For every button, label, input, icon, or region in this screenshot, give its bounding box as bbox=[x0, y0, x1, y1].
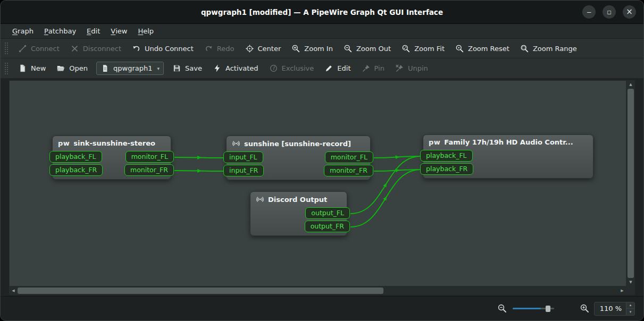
close-button[interactable]: × bbox=[623, 5, 636, 19]
new-button[interactable]: New bbox=[13, 61, 51, 75]
zoom-reset-button[interactable]: Zoom Reset bbox=[450, 41, 514, 56]
toolbar-label: Zoom Fit bbox=[414, 45, 445, 53]
port-row: playback_FLmonitor_FL bbox=[49, 151, 174, 163]
edit-icon bbox=[324, 64, 333, 73]
pin-icon bbox=[362, 64, 371, 73]
connect-button: Connect bbox=[13, 41, 64, 56]
scroll-down-button[interactable]: ▼ bbox=[626, 278, 635, 286]
port-row: output_FL bbox=[247, 207, 350, 219]
port-monitor_FL[interactable]: monitor_FL bbox=[126, 151, 174, 163]
redo-button: Redo bbox=[199, 41, 239, 56]
window-controls: −◻× bbox=[582, 5, 636, 19]
minimize-button[interactable]: − bbox=[582, 5, 596, 19]
menu-patchbay[interactable]: Patchbay bbox=[39, 24, 81, 38]
center-icon bbox=[245, 44, 254, 53]
port-output_FR[interactable]: output_FR bbox=[305, 221, 350, 232]
zoom-in-button[interactable]: Zoom In bbox=[287, 41, 338, 56]
open-button[interactable]: Open bbox=[52, 61, 93, 75]
menu-edit[interactable]: Edit bbox=[81, 24, 105, 38]
node-sunshine[interactable]: sunshine [sunshine-record]input_FLmonito… bbox=[226, 136, 371, 180]
toolbar-label: Save bbox=[185, 64, 202, 72]
new-icon bbox=[18, 64, 27, 73]
pipewire-icon: pw bbox=[58, 139, 70, 147]
port-input_FL[interactable]: input_FL bbox=[223, 151, 263, 163]
node-header: pwsink-sunshine-stereo bbox=[53, 136, 171, 149]
menu-view[interactable]: View bbox=[105, 24, 132, 38]
port-output_FL[interactable]: output_FL bbox=[305, 207, 350, 219]
toolbar-label: qpwgraph1 bbox=[113, 64, 152, 72]
wire-sunshine-monitor_FL-to-family-audio-playback_FL[interactable] bbox=[374, 156, 421, 158]
port-monitor_FR[interactable]: monitor_FR bbox=[124, 164, 174, 176]
save-button[interactable]: Save bbox=[168, 61, 207, 75]
port-row: playback_FR bbox=[420, 163, 596, 175]
titlebar[interactable]: qpwgraph1 [modified] — A PipeWire Graph … bbox=[1, 1, 643, 24]
wire-sink-sunshine-stereo-monitor_FL-to-sunshine-input_FL[interactable] bbox=[174, 157, 224, 158]
scroll-left-button[interactable]: ◀ bbox=[9, 286, 18, 295]
wire-sink-sunshine-stereo-monitor_FR-to-sunshine-input_FR[interactable] bbox=[174, 171, 224, 171]
window-title: qpwgraph1 [modified] — A PipeWire Graph … bbox=[201, 8, 443, 16]
dropdown-caret-icon: ▾ bbox=[157, 66, 160, 71]
node-family-audio[interactable]: pwFamily 17h/19h HD Audio Contr...playba… bbox=[423, 134, 593, 179]
edit-button[interactable]: Edit bbox=[320, 61, 355, 75]
node-sink-sunshine-stereo[interactable]: pwsink-sunshine-stereoplayback_FLmonitor… bbox=[52, 136, 171, 180]
vertical-scrollbar[interactable]: ▲ ▼ bbox=[626, 80, 635, 286]
stream-icon bbox=[232, 139, 240, 148]
port-playback_FL[interactable]: playback_FL bbox=[420, 150, 473, 162]
maximize-button[interactable]: ◻ bbox=[603, 5, 616, 19]
scroll-up-button[interactable]: ▲ bbox=[626, 80, 635, 89]
zoom-slider[interactable] bbox=[513, 305, 554, 313]
port-row: input_FLmonitor_FL bbox=[223, 151, 373, 163]
toolbar-label: Zoom Range bbox=[533, 45, 577, 53]
toolbar-label: Unpin bbox=[408, 64, 428, 72]
stream-icon bbox=[256, 195, 264, 204]
node-ports: playback_FLplayback_FR bbox=[423, 150, 593, 175]
node-ports: input_FLmonitor_FLinput_FRmonitor_FR bbox=[227, 151, 370, 176]
zoom-slider-handle[interactable] bbox=[546, 306, 550, 312]
port-monitor_FL[interactable]: monitor_FL bbox=[325, 151, 373, 163]
pin-button: Pin bbox=[357, 61, 389, 75]
activated-icon bbox=[213, 64, 222, 73]
zoom-spinbox[interactable]: 110 % ▴ ▾ bbox=[594, 302, 635, 316]
node-header: Discord Output bbox=[250, 192, 347, 206]
node-discord-output[interactable]: Discord Outputoutput_FLoutput_FR bbox=[250, 191, 347, 236]
undo-connect-button[interactable]: Undo Connect bbox=[127, 41, 198, 56]
toolbar-label: Center bbox=[258, 45, 281, 53]
exclusive-button: Exclusive bbox=[264, 61, 319, 75]
menu-help[interactable]: Help bbox=[132, 24, 159, 38]
zoom-in-icon bbox=[291, 44, 300, 53]
zoom-range-button[interactable]: Zoom Range bbox=[515, 41, 582, 56]
zoom-out-button[interactable]: Zoom Out bbox=[339, 41, 396, 56]
node-title: sink-sunshine-stereo bbox=[73, 139, 155, 147]
port-playback_FR[interactable]: playback_FR bbox=[49, 164, 103, 176]
center-button[interactable]: Center bbox=[240, 41, 286, 56]
spin-up-button[interactable]: ▴ bbox=[626, 302, 634, 309]
menu-graph[interactable]: Graph bbox=[7, 24, 39, 38]
undo-icon bbox=[132, 44, 141, 53]
port-monitor_FR[interactable]: monitor_FR bbox=[324, 165, 373, 176]
zoom-in-icon[interactable] bbox=[580, 303, 590, 314]
port-input_FR[interactable]: input_FR bbox=[223, 165, 264, 176]
horizontal-scrollbar[interactable]: ◀ ▶ bbox=[9, 286, 626, 295]
toolbar-label: Zoom Reset bbox=[468, 45, 509, 53]
wire-sunshine-monitor_FR-to-family-audio-playback_FR[interactable] bbox=[374, 170, 421, 171]
port-playback_FL[interactable]: playback_FL bbox=[49, 151, 102, 163]
zoom-slider-fill bbox=[513, 308, 541, 309]
wire-layer bbox=[10, 81, 626, 286]
spin-down-button[interactable]: ▾ bbox=[626, 308, 634, 315]
toolbar-handle[interactable] bbox=[5, 43, 8, 54]
graph-canvas[interactable]: pwsink-sunshine-stereoplayback_FLmonitor… bbox=[9, 80, 626, 286]
scroll-right-button[interactable]: ▶ bbox=[618, 286, 626, 295]
zoom-out-icon[interactable] bbox=[497, 303, 507, 314]
toolbar-label: Undo Connect bbox=[145, 45, 194, 53]
toolbar-label: Pin bbox=[374, 64, 384, 72]
activated-button[interactable]: Activated bbox=[208, 61, 263, 75]
port-playback_FR[interactable]: playback_FR bbox=[420, 163, 473, 175]
node-ports: output_FLoutput_FR bbox=[250, 207, 347, 232]
zoom-fit-button[interactable]: Zoom Fit bbox=[397, 41, 449, 56]
toolbar-handle[interactable] bbox=[5, 63, 8, 74]
vertical-scroll-thumb[interactable] bbox=[628, 89, 634, 278]
toolbar-label: Exclusive bbox=[282, 64, 314, 72]
horizontal-scroll-thumb[interactable] bbox=[18, 288, 383, 294]
toolbar-label: Disconnect bbox=[83, 45, 121, 53]
qpwgraph1-button[interactable]: qpwgraph1▾ bbox=[96, 62, 164, 75]
